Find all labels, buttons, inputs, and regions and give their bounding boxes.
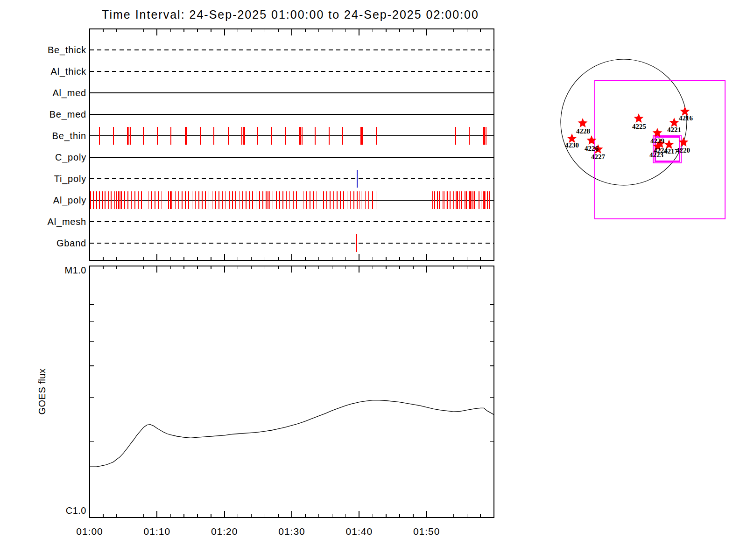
goes-flux-panel: M1.0 C1.0 GOES flux 01:0001:1001:2001:30… (37, 265, 494, 537)
filter-row-label: Be_thin (52, 131, 86, 141)
filter-row-label: Be_med (49, 109, 86, 120)
active-region-star (669, 118, 679, 127)
goes-xtick-label: 01:20 (211, 526, 238, 537)
filter-row-label: C_poly (55, 152, 86, 163)
active-region-star (634, 113, 644, 123)
active-region-star (679, 137, 689, 147)
goes-frame (90, 266, 494, 518)
active-region-label: 4226 (585, 145, 599, 152)
filter-row-label: Al_med (52, 88, 86, 98)
goes-y-axis-title: GOES flux (37, 369, 47, 415)
goes-xtick-label: 01:10 (144, 526, 171, 537)
active-region-label: 4223 (649, 151, 663, 159)
filter-row-label: Al_thick (51, 66, 87, 77)
active-region-label: 4229 (650, 137, 664, 145)
goes-xtick-label: 01:00 (76, 526, 103, 537)
filter-row-label: Al_mesh (48, 217, 86, 227)
active-region-label: 4228 (576, 127, 590, 135)
goes-ytick-bottom-label: C1.0 (66, 505, 86, 516)
goes-ytick-top-label: M1.0 (65, 265, 86, 275)
active-region-label: 4221 (667, 126, 681, 133)
goes-xtick-label: 01:50 (413, 526, 440, 537)
goes-flux-curve (90, 400, 494, 467)
active-region-label: 4227 (591, 153, 606, 161)
timeline-frame (90, 29, 494, 260)
filter-row-label: Be_thick (48, 45, 86, 56)
screenshot-root: Time Interval: 24-Sep-2025 01:00:00 to 2… (0, 0, 747, 560)
active-region-label: 4225 (632, 123, 646, 130)
filter-row-label: Gband (56, 238, 86, 248)
page-title: Time Interval: 24-Sep-2025 01:00:00 to 2… (102, 8, 479, 21)
plot-svg: Time Interval: 24-Sep-2025 01:00:00 to 2… (0, 0, 747, 560)
exposure-timeline-panel: Be_thickAl_thickAl_medBe_medBe_thinC_pol… (48, 29, 494, 260)
filter-row-label: Al_poly (53, 195, 86, 206)
goes-xtick-label: 01:40 (346, 526, 373, 537)
filter-row-label: Ti_poly (54, 174, 86, 184)
solar-disk-map: 4216422142254228423042264227422942244223… (561, 59, 725, 219)
active-region-label: 4220 (676, 147, 690, 154)
active-region-star (578, 118, 588, 127)
active-region-label: 4230 (565, 141, 579, 149)
active-region-label: 4216 (679, 114, 693, 122)
goes-xtick-label: 01:30 (278, 526, 305, 537)
